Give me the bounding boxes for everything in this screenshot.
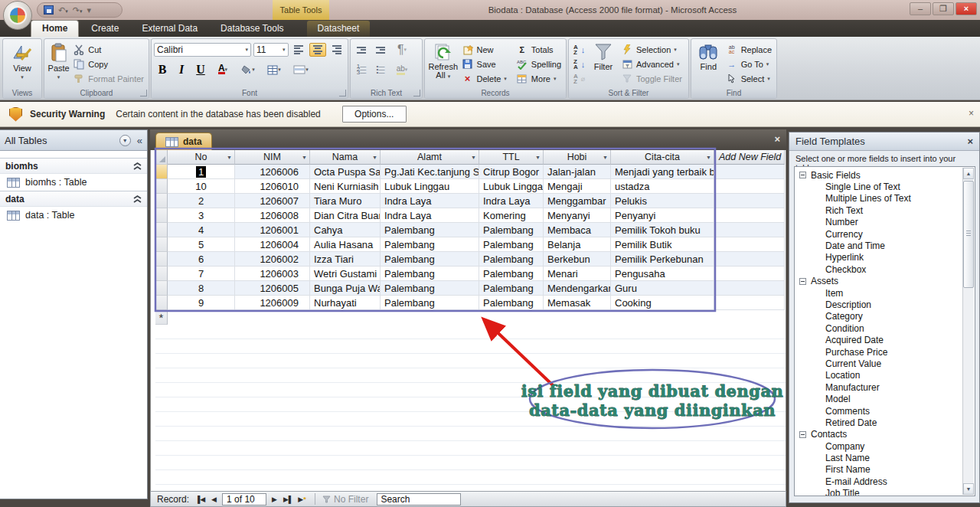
cell[interactable] — [714, 223, 785, 237]
format-painter-button[interactable]: Format Painter — [70, 72, 146, 85]
collapse-group-icon[interactable] — [133, 162, 142, 170]
scroll-down-icon[interactable]: ▼ — [963, 483, 974, 495]
cell[interactable]: Palembang — [479, 223, 544, 237]
cell[interactable] — [714, 208, 785, 223]
row-selector[interactable] — [155, 223, 168, 237]
cell[interactable]: Memasak — [544, 296, 611, 310]
cell[interactable]: 3 — [168, 208, 235, 223]
cell[interactable]: Komering — [479, 208, 544, 223]
column-header-cita-cita[interactable]: Cita-cita▼ — [611, 150, 714, 165]
next-record-button[interactable]: ▶ — [269, 496, 280, 503]
cell[interactable]: Wetri Gustami — [310, 267, 381, 281]
no-filter-indicator[interactable]: No Filter — [322, 494, 368, 505]
cell[interactable]: Palembang — [479, 296, 544, 310]
cell[interactable]: Palembang — [479, 237, 544, 252]
template-field-multiple-lines-of-text[interactable]: Multiple Lines of Text — [795, 193, 975, 204]
column-dropdown-icon[interactable]: ▼ — [603, 155, 608, 160]
cut-button[interactable]: Cut — [70, 43, 146, 56]
underline-button[interactable]: U — [192, 63, 209, 77]
cell[interactable]: Indra Laya — [381, 194, 479, 208]
template-field-rich-text[interactable]: Rich Text — [795, 204, 975, 216]
collapse-icon[interactable] — [799, 172, 806, 178]
decrease-indent-button[interactable] — [353, 43, 370, 57]
ribbon-tab-create[interactable]: Create — [80, 21, 129, 37]
cell[interactable]: Menggambar — [544, 194, 611, 208]
template-field-checkbox[interactable]: Checkbox — [795, 263, 975, 275]
font-size-combo[interactable]: 11▾ — [253, 43, 289, 57]
totals-button[interactable]: Σ Totals — [514, 43, 564, 56]
record-position-box[interactable]: 1 of 10 — [222, 493, 266, 505]
cell[interactable]: Mendengarkar — [544, 281, 611, 296]
template-field-first-name[interactable]: First Name — [795, 464, 975, 476]
cell[interactable]: Pengusaha — [611, 267, 714, 281]
cell[interactable] — [714, 281, 785, 296]
cell[interactable]: 1206001 — [235, 223, 310, 237]
cell[interactable]: Neni Kurniasih — [310, 179, 381, 194]
field-templates-close-icon[interactable]: × — [967, 136, 973, 147]
collapse-group-icon[interactable] — [133, 195, 142, 203]
security-bar-close-icon[interactable]: × — [969, 108, 974, 119]
copy-button[interactable]: Copy — [70, 57, 146, 70]
cell[interactable]: Pemilik Tokoh buku — [611, 223, 714, 237]
cell[interactable]: Citrup Bogor — [479, 165, 544, 179]
row-selector[interactable] — [155, 194, 168, 208]
cell[interactable]: ustadza — [611, 179, 714, 194]
gridlines-button[interactable]: ▾ — [262, 63, 286, 77]
cell[interactable]: 1206002 — [235, 252, 310, 267]
alternate-fill-button[interactable]: ▾ — [289, 63, 313, 77]
template-field-description[interactable]: Description — [795, 299, 975, 310]
cell[interactable]: Mengaji — [544, 179, 611, 194]
save-icon[interactable] — [44, 5, 54, 15]
template-field-number[interactable]: Number — [795, 217, 975, 228]
template-field-category[interactable]: Category — [795, 311, 975, 322]
bold-button[interactable]: B — [154, 63, 171, 77]
restore-button[interactable]: ❐ — [933, 2, 954, 15]
row-selector[interactable] — [155, 165, 168, 179]
template-field-condition[interactable]: Condition — [795, 322, 975, 334]
cell[interactable]: Menari — [544, 267, 611, 281]
cell[interactable]: Jalan-jalan — [544, 165, 611, 179]
delete-record-button[interactable]: × Delete▾ — [459, 72, 509, 85]
qat-customize-icon[interactable]: ▾ — [87, 6, 91, 15]
new-record-row[interactable]: * — [155, 310, 785, 325]
column-dropdown-icon[interactable]: ▼ — [535, 155, 541, 160]
cell[interactable]: Nurhayati — [310, 296, 381, 310]
cell[interactable] — [714, 267, 785, 281]
close-button[interactable]: × — [956, 2, 977, 15]
cell[interactable]: Cahya — [310, 223, 381, 237]
cell[interactable]: Izza Tiari — [310, 252, 381, 267]
sort-ascending-button[interactable]: AZ↓ — [571, 43, 588, 56]
ribbon-tab-external-data[interactable]: External Data — [131, 21, 208, 37]
paragraph-marks-button[interactable]: ¶▾ — [391, 43, 413, 57]
undo-icon[interactable]: ↶▾ — [58, 6, 68, 15]
document-close-icon[interactable]: × — [774, 133, 780, 145]
cell[interactable]: Lubuk Linggau — [381, 179, 479, 194]
italic-button[interactable]: I — [173, 63, 190, 77]
shutter-bar-icon[interactable]: « — [137, 135, 142, 146]
previous-record-button[interactable]: ◀ — [208, 496, 220, 503]
cell[interactable]: 1 — [168, 165, 235, 179]
more-button[interactable]: More▾ — [514, 72, 564, 85]
cell[interactable]: Pelukis — [611, 194, 714, 208]
redo-icon[interactable]: ↷▾ — [73, 6, 83, 15]
new-record-button[interactable]: New — [459, 43, 509, 56]
row-selector[interactable] — [155, 237, 168, 252]
filter-button[interactable]: Filter — [588, 41, 619, 87]
column-dropdown-icon[interactable]: ▼ — [372, 155, 377, 160]
search-input[interactable] — [377, 493, 461, 505]
cell[interactable]: Palembang — [381, 267, 479, 281]
font-color-button[interactable]: A▾ — [211, 63, 234, 77]
cell[interactable]: Pemilik Perkebunan — [611, 252, 714, 267]
first-record-button[interactable]: ▐◀ — [194, 496, 206, 503]
column-header-hobi[interactable]: Hobi▼ — [544, 150, 611, 165]
cell[interactable]: Menjadi yang terbaik b — [611, 165, 714, 179]
cell[interactable]: 10 — [168, 179, 235, 194]
nav-pane-header[interactable]: All Tables ▼ « — [0, 130, 147, 151]
template-field-job-title[interactable]: Job Title — [795, 488, 975, 496]
font-dialog-launcher-icon[interactable] — [339, 90, 346, 96]
sort-descending-button[interactable]: ZA↓ — [571, 57, 588, 70]
minimize-button[interactable]: – — [910, 2, 931, 15]
cell[interactable]: 1206005 — [235, 281, 310, 296]
cell[interactable]: Dian Citra Buana — [310, 208, 381, 223]
align-left-button[interactable] — [291, 43, 308, 57]
